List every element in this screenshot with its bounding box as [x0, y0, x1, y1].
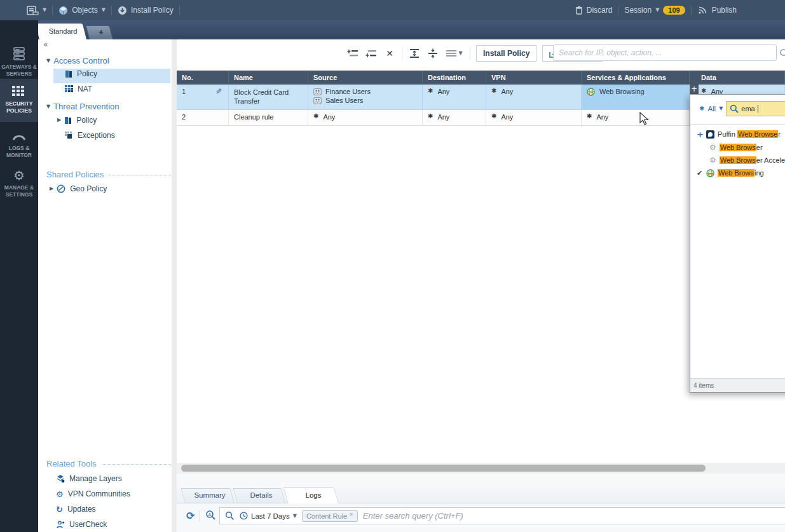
column-header-no[interactable]: No.	[177, 71, 229, 85]
search-icon	[730, 104, 739, 113]
item-text: er	[756, 144, 763, 151]
nav-item-label: Policy	[76, 116, 97, 125]
nav-item-label: Manage Layers	[69, 474, 122, 483]
close-icon[interactable]: ✕	[349, 512, 353, 517]
source-cell[interactable]: ✱ Any	[308, 110, 423, 125]
destination-cell[interactable]: ✱ Any	[423, 85, 486, 109]
item-text-highlight: Web Browse	[737, 130, 778, 138]
install-policy-button[interactable]: Install Policy	[476, 45, 536, 62]
objects-menu-button[interactable]: Objects ▼	[58, 6, 106, 15]
tab-details[interactable]: Details	[237, 488, 285, 503]
nav-item-manage-layers[interactable]: Manage Layers	[38, 474, 189, 483]
edit-pencil-icon: ✎	[215, 88, 222, 109]
nav-item-vpn-communities[interactable]: ⚙ VPN Communities	[38, 489, 189, 498]
sidebar-item-label: GATEWAYS & SERVERS	[1, 64, 37, 77]
filter-chip-content-rule[interactable]: Content Rule ✕	[302, 510, 358, 522]
column-header-vpn[interactable]: VPN	[486, 71, 582, 85]
bottom-tab-row: Summary Details Logs	[177, 488, 785, 503]
sidebar-item-security-policies[interactable]: SECURITY POLICIES	[0, 79, 38, 122]
source-object[interactable]: Sales Users	[313, 97, 420, 104]
logs-search-input[interactable]: Last 7 Days ▼ Content Rule ✕ Enter searc…	[219, 507, 785, 524]
app-category-icon: ⚙	[709, 144, 716, 151]
expand-arrow-icon[interactable]: ▶	[50, 186, 53, 191]
collapse-sections-button[interactable]	[427, 47, 439, 60]
panel-divider[interactable]	[172, 39, 177, 532]
tab-logs[interactable]: Logs	[288, 488, 339, 503]
nav-item-label: Policy	[77, 69, 97, 78]
rule-name[interactable]: Block Credit Card Transfer	[229, 85, 308, 109]
picker-item-web-browser[interactable]: ⚙ Web Browser	[690, 141, 785, 154]
policy-icon	[64, 116, 72, 125]
install-policy-menu-button[interactable]: Install Policy	[118, 6, 174, 15]
rulebase-search-input[interactable]	[553, 44, 777, 61]
destination-cell[interactable]: ✱ Any	[423, 110, 486, 125]
item-text: r	[778, 130, 781, 138]
exceptions-icon	[65, 132, 73, 139]
refresh-icon[interactable]: ⟳	[186, 511, 195, 521]
nav-item-threat-policy[interactable]: ▶ Policy	[38, 116, 191, 125]
source-object-label: Sales Users	[325, 97, 363, 104]
nav-section-threat-prevention[interactable]: ▼ Threat Prevention	[38, 102, 180, 111]
vpn-cell[interactable]: ✱ Any	[486, 110, 582, 125]
column-header-data[interactable]: Data	[690, 71, 785, 85]
tab-standard-policy[interactable]: Standard	[39, 24, 86, 39]
scrollbar-thumb[interactable]	[181, 465, 706, 472]
tab-summary[interactable]: Summary	[185, 488, 235, 503]
caret-down-icon: ▼	[655, 8, 659, 13]
time-filter-label: Last 7 Days	[251, 512, 290, 520]
sidebar-item-gateways-servers[interactable]: GATEWAYS & SERVERS	[0, 41, 38, 78]
publish-label: Publish	[712, 6, 737, 15]
column-header-services[interactable]: Services & Applications	[582, 71, 690, 85]
picker-item-puffin-web-browser[interactable]: + Puffin Web Browser	[690, 128, 785, 140]
policy-nav-panel: « ▼ Access Control Policy NAT ▼ Threat P…	[38, 39, 172, 532]
picker-item-web-browser-accelerator[interactable]: ⚙ Web Browser Accele	[690, 154, 785, 167]
add-rule-above-button[interactable]	[346, 47, 359, 60]
horizontal-scrollbar[interactable]	[177, 463, 785, 474]
new-tab-button[interactable]: +	[89, 25, 113, 39]
filter-scope-dropdown[interactable]: All	[707, 105, 716, 113]
collapse-panel-icon[interactable]: «	[43, 41, 48, 48]
popup-search-input[interactable]: ema	[726, 101, 785, 116]
column-header-destination[interactable]: Destination	[423, 71, 486, 85]
source-object-label: Finance Users	[325, 88, 371, 95]
any-asterisk-icon: ✱	[699, 106, 704, 112]
nav-item-updates[interactable]: ↻ Updates	[38, 505, 189, 514]
users-group-icon	[313, 97, 322, 104]
time-filter-dropdown[interactable]: Last 7 Days ▼	[240, 512, 297, 520]
services-value: Web Browsing	[599, 88, 645, 95]
add-rule-below-button[interactable]	[365, 47, 378, 60]
query-syntax-search-icon[interactable]: A	[205, 510, 216, 523]
services-cell-selected[interactable]: Web Browsing	[582, 85, 690, 109]
destination-value: Any	[437, 113, 449, 121]
row-view-menu-button[interactable]: ▼	[445, 47, 464, 60]
vpn-cell[interactable]: ✱ Any	[486, 85, 582, 109]
expand-arrow-icon[interactable]: ▶	[57, 118, 61, 123]
delete-rule-button[interactable]: ✕	[383, 47, 396, 60]
objects-cube-icon	[58, 6, 68, 15]
picker-item-web-browsing[interactable]: ✔ Web Browsing	[690, 167, 785, 179]
source-value: Any	[323, 113, 335, 121]
add-service-button[interactable]: +	[690, 85, 699, 94]
add-plus-icon[interactable]: +	[697, 130, 703, 139]
publish-button[interactable]: Publish	[697, 6, 737, 15]
column-header-source[interactable]: Source	[308, 71, 423, 85]
rule-name[interactable]: Cleanup rule	[229, 110, 308, 125]
rule-number: 1	[182, 88, 186, 109]
sidebar-item-logs-monitor[interactable]: LOGS & MONITOR	[0, 125, 38, 163]
expand-sections-button[interactable]	[408, 47, 421, 60]
main-menu-button[interactable]: ▼	[27, 6, 46, 15]
nav-item-usercheck[interactable]: UserCheck	[38, 520, 189, 529]
sidebar-item-manage-settings[interactable]: ⚙ MANAGE & SETTINGS	[0, 164, 38, 203]
source-object[interactable]: Finance Users	[313, 88, 420, 95]
nav-section-access-control[interactable]: ▼ Access Control	[38, 56, 180, 65]
column-header-name[interactable]: Name	[229, 71, 308, 85]
session-menu-button[interactable]: Session ▼ 109	[624, 6, 685, 15]
puffin-app-icon	[706, 130, 714, 139]
nav-item-geo-policy[interactable]: ▶ Geo Policy	[38, 184, 183, 193]
services-cell[interactable]: ✱ Any	[582, 110, 690, 125]
text-cursor	[758, 105, 758, 113]
publish-icon	[697, 6, 708, 15]
search-icon[interactable]	[779, 48, 785, 61]
toolbar-separator	[691, 6, 692, 15]
discard-button[interactable]: Discard	[575, 6, 613, 15]
